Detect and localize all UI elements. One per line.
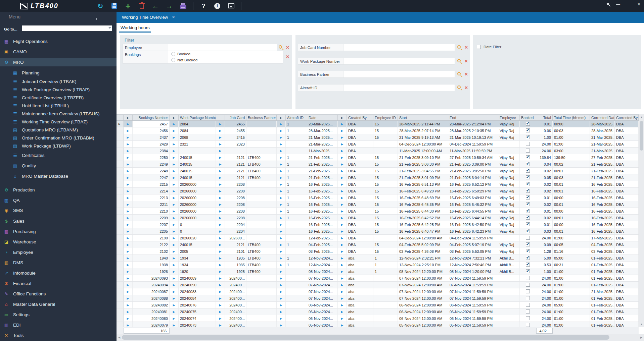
expand-row-icon[interactable]: ▶ (338, 308, 347, 315)
scroll-up-icon[interactable]: ▲ (639, 114, 644, 120)
tab-close-icon[interactable]: ✕ (172, 15, 175, 19)
table-row[interactable]: ▶2249▶240015▶2121LTB400▶121-Feb-2025...▶… (117, 161, 639, 168)
checkbox-unchecked-icon[interactable] (526, 289, 530, 293)
expand-row-icon[interactable]: ▶ (216, 134, 225, 140)
image-button[interactable] (227, 2, 235, 10)
work-package-number-input[interactable] (343, 58, 455, 64)
employee-search-icon[interactable] (279, 45, 282, 49)
sidebar-item-flight-operations[interactable]: ▦Flight Operations (0, 37, 117, 46)
expand-row-icon[interactable]: ▶ (124, 322, 133, 327)
sidebar-item-certificate-overview-ltbzer[interactable]: ☰Certificate Overview (LTBZER) (0, 93, 117, 102)
column-header-created-by[interactable]: Created By (347, 115, 373, 120)
column-header-aircraft-id[interactable]: Aircraft ID (286, 115, 307, 120)
expand-row-icon[interactable]: ▶ (216, 302, 225, 308)
table-row[interactable]: ▶2247▶240015▶2121LTB400▶121-Feb-2025...▶… (117, 174, 639, 181)
expand-row-icon[interactable]: ▶ (170, 188, 179, 194)
expand-row-icon[interactable]: ▶ (277, 188, 286, 194)
expand-row-icon[interactable]: ▶ (170, 228, 179, 234)
checkbox-checked-icon[interactable] (526, 263, 530, 267)
sidebar-item-warehouse[interactable]: ◪Warehouse (0, 237, 117, 246)
expand-row-icon[interactable]: ▶ (277, 181, 286, 187)
expand-row-icon[interactable]: ▶ (338, 315, 347, 322)
expand-row-icon[interactable]: ▶ (170, 295, 179, 301)
expand-row-icon[interactable]: ▶ (216, 275, 225, 281)
expand-row-icon[interactable]: ▶ (277, 194, 286, 201)
expand-row-icon[interactable]: ▶ (338, 248, 347, 254)
expand-row-icon[interactable]: ▶ (338, 228, 347, 234)
sidebar-item-work-package-overview-ltbap[interactable]: ☰Work Package Overview (LTBAP) (0, 85, 117, 94)
sidebar-item-tools[interactable]: ✕Tools (0, 331, 117, 340)
expand-row-icon[interactable]: ▶ (338, 241, 347, 248)
table-row[interactable]: ▶2210▶20260000▶2208▶116-Feb-2025...▶DBA1… (117, 208, 639, 215)
table-row[interactable]: ▶1926▶1920▶1925LTB400▶08-Nov-2024...▶aba… (117, 268, 639, 275)
sidebar-item-mro[interactable]: ⚙MRO (0, 58, 117, 66)
sidebar-item-settings[interactable]: ▭Settings (0, 310, 117, 319)
sidebar-item-jobcard-overview-ltbak[interactable]: ☰Jobcard Overview (LTBAK) (0, 77, 117, 86)
expand-row-icon[interactable]: ▶ (338, 215, 347, 221)
expand-row-icon[interactable]: ▶ (338, 255, 347, 261)
expand-row-icon[interactable]: ▶ (277, 248, 286, 254)
column-header-corrected-date[interactable]: Corrected Date (590, 115, 615, 120)
expand-row-icon[interactable]: ▶ (277, 308, 286, 315)
expand-row-icon[interactable]: ▶ (338, 148, 347, 154)
checkbox-checked-icon[interactable] (526, 209, 530, 213)
table-row[interactable]: ▶▶2457▶2084▶2455▶128-Mar-2025...▶DBA1528… (117, 121, 639, 127)
table-row[interactable]: ▶2205▶0▶2204▶16-Feb-2025...▶DBA1516-Feb-… (117, 228, 639, 235)
expand-row-icon[interactable]: ▶ (216, 288, 225, 295)
column-header-work-package-number[interactable]: Work Package Number (179, 115, 216, 120)
checkbox-unchecked-icon[interactable] (526, 296, 530, 300)
add-button[interactable]: + (124, 2, 132, 10)
expand-row-icon[interactable]: ▶ (124, 221, 133, 228)
table-row[interactable]: ▶20240079▶20240073▶202400...▶05-Nov-2024… (117, 322, 639, 327)
aircraft-id-clear-icon[interactable]: ✕ (464, 86, 468, 90)
expand-row-icon[interactable]: ▶ (338, 221, 347, 228)
employee-clear-icon[interactable]: ✕ (286, 45, 289, 50)
expand-row-icon[interactable]: ▶ (338, 121, 347, 127)
expand-row-icon[interactable]: ▶ (170, 134, 179, 140)
expand-row-icon[interactable]: ▶ (124, 181, 133, 187)
expand-row-icon[interactable]: ▶ (124, 121, 133, 127)
expand-row-icon[interactable]: ▶ (277, 235, 286, 241)
goto-input[interactable] (22, 25, 112, 31)
expand-row-icon[interactable]: ▶ (124, 241, 133, 248)
column-header-total[interactable]: Total (536, 115, 553, 120)
column-header-corrected-by[interactable]: Corrected By (615, 115, 639, 120)
expand-row-icon[interactable]: ▶ (124, 188, 133, 194)
column-header-date[interactable]: Date (307, 115, 338, 120)
sidebar-item-office-functions[interactable]: ✎Office Functions (0, 289, 117, 298)
expand-row-icon[interactable]: ▶ (170, 248, 179, 254)
checkbox-checked-icon[interactable] (526, 189, 530, 193)
restore-button[interactable] (626, 2, 631, 7)
table-row[interactable]: ▶1938▶1934▶1935LTB400▶112-Nov-2024...▶ab… (117, 262, 639, 268)
expand-row-icon[interactable]: ▶ (216, 268, 225, 275)
sidebar-item-sms[interactable]: ◉SMS (0, 206, 117, 215)
table-row[interactable]: ▶2122▶240015▶2121LTB400▶104-Feb-2025...▶… (117, 241, 639, 248)
expand-row-icon[interactable]: ▶ (124, 255, 133, 261)
checkbox-checked-icon[interactable] (526, 128, 530, 132)
info-button[interactable]: i (214, 2, 221, 10)
checkbox-checked-icon[interactable] (526, 229, 530, 233)
expand-row-icon[interactable]: ▶ (170, 154, 179, 161)
expand-row-icon[interactable]: ▶ (216, 221, 225, 228)
expand-row-icon[interactable]: ▶ (277, 302, 286, 308)
checkbox-checked-icon[interactable] (526, 162, 530, 166)
expand-row-icon[interactable]: ▶ (124, 154, 133, 161)
expand-row-icon[interactable]: ▶ (216, 235, 225, 241)
date-filter-checkbox[interactable] (477, 45, 481, 49)
checkbox-unchecked-icon[interactable] (526, 142, 530, 146)
column-header-expand-2[interactable]: ▶ (170, 115, 179, 120)
sidebar-item-dms[interactable]: ▥DMS (0, 258, 117, 267)
expand-row-icon[interactable]: ▶ (277, 127, 286, 134)
expand-row-icon[interactable]: ▶ (170, 322, 179, 327)
vertical-scroll-thumb[interactable] (640, 121, 643, 151)
not-booked-radio-option[interactable]: Not Booked (171, 58, 197, 62)
sidebar-item-work-package-ltbwp[interactable]: ▤Work Package (LTBWP) (0, 141, 117, 150)
checkbox-checked-icon[interactable] (526, 269, 530, 273)
column-header-total-time[interactable]: Total Time (hh:mm) (553, 115, 590, 120)
save-button[interactable] (110, 2, 118, 10)
expand-row-icon[interactable]: ▶ (170, 262, 179, 268)
expand-row-icon[interactable]: ▶ (170, 208, 179, 214)
job-card-number-search-icon[interactable] (457, 45, 461, 49)
expand-row-icon[interactable]: ▶ (124, 141, 133, 147)
expand-row-icon[interactable]: ▶ (277, 215, 286, 221)
